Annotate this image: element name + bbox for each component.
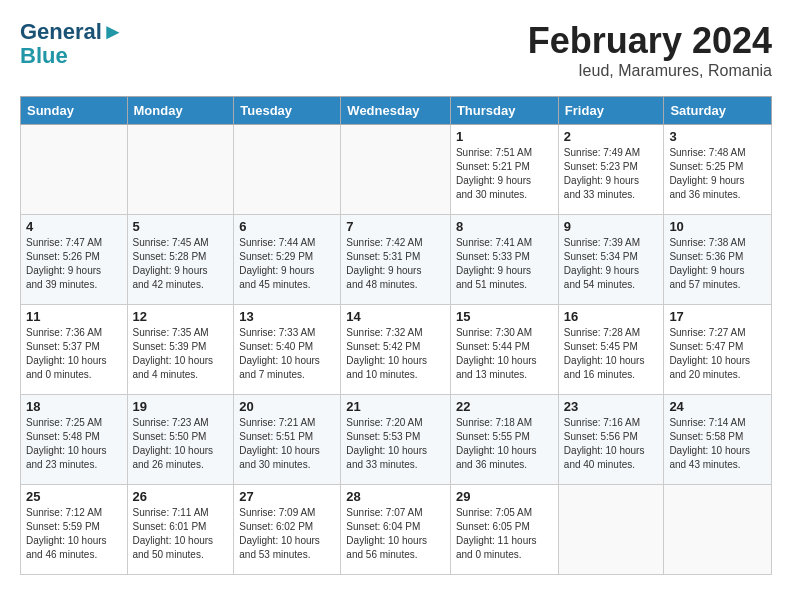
day-number: 22	[456, 399, 553, 414]
calendar-cell: 11Sunrise: 7:36 AM Sunset: 5:37 PM Dayli…	[21, 305, 128, 395]
calendar-cell: 18Sunrise: 7:25 AM Sunset: 5:48 PM Dayli…	[21, 395, 128, 485]
calendar-cell: 17Sunrise: 7:27 AM Sunset: 5:47 PM Dayli…	[664, 305, 772, 395]
logo: General► Blue	[20, 20, 124, 68]
day-info: Sunrise: 7:09 AM Sunset: 6:02 PM Dayligh…	[239, 506, 335, 562]
calendar-cell	[234, 125, 341, 215]
calendar-week-row: 25Sunrise: 7:12 AM Sunset: 5:59 PM Dayli…	[21, 485, 772, 575]
day-number: 12	[133, 309, 229, 324]
day-info: Sunrise: 7:28 AM Sunset: 5:45 PM Dayligh…	[564, 326, 659, 382]
day-info: Sunrise: 7:49 AM Sunset: 5:23 PM Dayligh…	[564, 146, 659, 202]
day-number: 14	[346, 309, 445, 324]
day-info: Sunrise: 7:16 AM Sunset: 5:56 PM Dayligh…	[564, 416, 659, 472]
calendar-cell: 15Sunrise: 7:30 AM Sunset: 5:44 PM Dayli…	[450, 305, 558, 395]
weekday-header: Wednesday	[341, 97, 451, 125]
weekday-header: Thursday	[450, 97, 558, 125]
day-info: Sunrise: 7:35 AM Sunset: 5:39 PM Dayligh…	[133, 326, 229, 382]
calendar-cell: 5Sunrise: 7:45 AM Sunset: 5:28 PM Daylig…	[127, 215, 234, 305]
calendar-cell: 13Sunrise: 7:33 AM Sunset: 5:40 PM Dayli…	[234, 305, 341, 395]
calendar-cell: 9Sunrise: 7:39 AM Sunset: 5:34 PM Daylig…	[558, 215, 664, 305]
calendar-cell	[341, 125, 451, 215]
calendar-cell: 4Sunrise: 7:47 AM Sunset: 5:26 PM Daylig…	[21, 215, 128, 305]
day-number: 2	[564, 129, 659, 144]
calendar-cell: 24Sunrise: 7:14 AM Sunset: 5:58 PM Dayli…	[664, 395, 772, 485]
day-info: Sunrise: 7:33 AM Sunset: 5:40 PM Dayligh…	[239, 326, 335, 382]
day-number: 9	[564, 219, 659, 234]
calendar-week-row: 18Sunrise: 7:25 AM Sunset: 5:48 PM Dayli…	[21, 395, 772, 485]
day-info: Sunrise: 7:32 AM Sunset: 5:42 PM Dayligh…	[346, 326, 445, 382]
day-number: 10	[669, 219, 766, 234]
weekday-header: Tuesday	[234, 97, 341, 125]
day-info: Sunrise: 7:36 AM Sunset: 5:37 PM Dayligh…	[26, 326, 122, 382]
day-number: 23	[564, 399, 659, 414]
day-info: Sunrise: 7:25 AM Sunset: 5:48 PM Dayligh…	[26, 416, 122, 472]
day-info: Sunrise: 7:18 AM Sunset: 5:55 PM Dayligh…	[456, 416, 553, 472]
day-info: Sunrise: 7:07 AM Sunset: 6:04 PM Dayligh…	[346, 506, 445, 562]
day-number: 20	[239, 399, 335, 414]
day-info: Sunrise: 7:11 AM Sunset: 6:01 PM Dayligh…	[133, 506, 229, 562]
day-number: 24	[669, 399, 766, 414]
day-info: Sunrise: 7:48 AM Sunset: 5:25 PM Dayligh…	[669, 146, 766, 202]
day-number: 5	[133, 219, 229, 234]
day-info: Sunrise: 7:12 AM Sunset: 5:59 PM Dayligh…	[26, 506, 122, 562]
page-header: General► Blue February 2024 Ieud, Maramu…	[20, 20, 772, 80]
day-number: 7	[346, 219, 445, 234]
day-number: 29	[456, 489, 553, 504]
calendar-week-row: 11Sunrise: 7:36 AM Sunset: 5:37 PM Dayli…	[21, 305, 772, 395]
day-info: Sunrise: 7:20 AM Sunset: 5:53 PM Dayligh…	[346, 416, 445, 472]
calendar-cell: 23Sunrise: 7:16 AM Sunset: 5:56 PM Dayli…	[558, 395, 664, 485]
month-title: February 2024	[528, 20, 772, 62]
day-info: Sunrise: 7:41 AM Sunset: 5:33 PM Dayligh…	[456, 236, 553, 292]
day-number: 15	[456, 309, 553, 324]
day-info: Sunrise: 7:27 AM Sunset: 5:47 PM Dayligh…	[669, 326, 766, 382]
day-info: Sunrise: 7:05 AM Sunset: 6:05 PM Dayligh…	[456, 506, 553, 562]
calendar-cell: 28Sunrise: 7:07 AM Sunset: 6:04 PM Dayli…	[341, 485, 451, 575]
weekday-header: Monday	[127, 97, 234, 125]
day-number: 4	[26, 219, 122, 234]
day-info: Sunrise: 7:51 AM Sunset: 5:21 PM Dayligh…	[456, 146, 553, 202]
weekday-header: Sunday	[21, 97, 128, 125]
day-number: 13	[239, 309, 335, 324]
day-info: Sunrise: 7:14 AM Sunset: 5:58 PM Dayligh…	[669, 416, 766, 472]
calendar-cell: 20Sunrise: 7:21 AM Sunset: 5:51 PM Dayli…	[234, 395, 341, 485]
day-info: Sunrise: 7:44 AM Sunset: 5:29 PM Dayligh…	[239, 236, 335, 292]
location-title: Ieud, Maramures, Romania	[528, 62, 772, 80]
day-number: 6	[239, 219, 335, 234]
day-number: 1	[456, 129, 553, 144]
weekday-header: Friday	[558, 97, 664, 125]
calendar-cell	[127, 125, 234, 215]
day-number: 3	[669, 129, 766, 144]
day-number: 18	[26, 399, 122, 414]
day-number: 16	[564, 309, 659, 324]
day-number: 25	[26, 489, 122, 504]
day-info: Sunrise: 7:45 AM Sunset: 5:28 PM Dayligh…	[133, 236, 229, 292]
weekday-header: Saturday	[664, 97, 772, 125]
calendar-week-row: 1Sunrise: 7:51 AM Sunset: 5:21 PM Daylig…	[21, 125, 772, 215]
day-number: 26	[133, 489, 229, 504]
day-number: 17	[669, 309, 766, 324]
calendar-cell: 10Sunrise: 7:38 AM Sunset: 5:36 PM Dayli…	[664, 215, 772, 305]
calendar-table: SundayMondayTuesdayWednesdayThursdayFrid…	[20, 96, 772, 575]
calendar-cell: 19Sunrise: 7:23 AM Sunset: 5:50 PM Dayli…	[127, 395, 234, 485]
day-info: Sunrise: 7:38 AM Sunset: 5:36 PM Dayligh…	[669, 236, 766, 292]
calendar-cell: 21Sunrise: 7:20 AM Sunset: 5:53 PM Dayli…	[341, 395, 451, 485]
day-number: 19	[133, 399, 229, 414]
title-block: February 2024 Ieud, Maramures, Romania	[528, 20, 772, 80]
calendar-week-row: 4Sunrise: 7:47 AM Sunset: 5:26 PM Daylig…	[21, 215, 772, 305]
calendar-cell	[558, 485, 664, 575]
calendar-cell	[664, 485, 772, 575]
day-info: Sunrise: 7:21 AM Sunset: 5:51 PM Dayligh…	[239, 416, 335, 472]
calendar-cell: 7Sunrise: 7:42 AM Sunset: 5:31 PM Daylig…	[341, 215, 451, 305]
calendar-cell: 16Sunrise: 7:28 AM Sunset: 5:45 PM Dayli…	[558, 305, 664, 395]
calendar-cell	[21, 125, 128, 215]
calendar-header-row: SundayMondayTuesdayWednesdayThursdayFrid…	[21, 97, 772, 125]
day-info: Sunrise: 7:30 AM Sunset: 5:44 PM Dayligh…	[456, 326, 553, 382]
calendar-cell: 12Sunrise: 7:35 AM Sunset: 5:39 PM Dayli…	[127, 305, 234, 395]
day-number: 11	[26, 309, 122, 324]
day-info: Sunrise: 7:39 AM Sunset: 5:34 PM Dayligh…	[564, 236, 659, 292]
day-number: 28	[346, 489, 445, 504]
calendar-cell: 2Sunrise: 7:49 AM Sunset: 5:23 PM Daylig…	[558, 125, 664, 215]
calendar-cell: 14Sunrise: 7:32 AM Sunset: 5:42 PM Dayli…	[341, 305, 451, 395]
day-number: 27	[239, 489, 335, 504]
logo-subtext: Blue	[20, 44, 124, 68]
calendar-cell: 25Sunrise: 7:12 AM Sunset: 5:59 PM Dayli…	[21, 485, 128, 575]
